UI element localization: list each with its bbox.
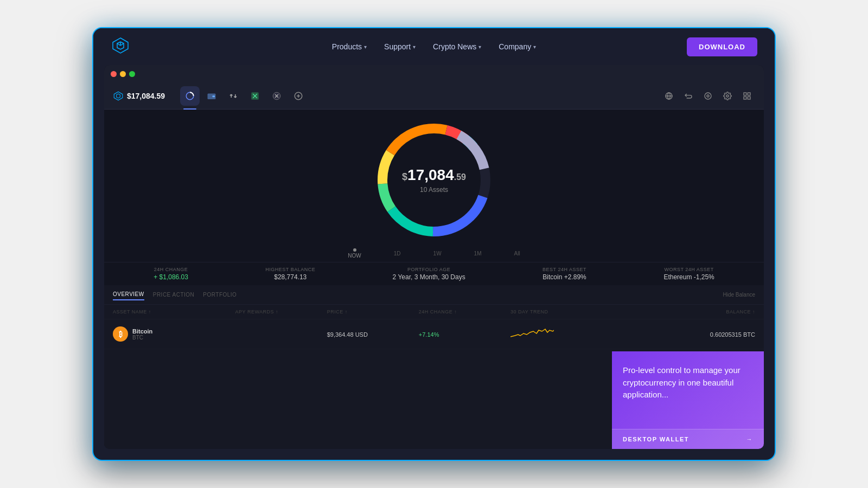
grid-button[interactable] [739,88,755,104]
maximize-button[interactable] [129,71,135,77]
nav-bar: Products ▾ Support ▾ Crypto News ▾ Compa… [93,28,775,65]
nft-icon [250,91,260,101]
balance-value: 0.60205315 BTC [710,331,755,338]
tab-exchange[interactable] [224,86,243,106]
donut-center: $17,084.59 10 Assets [402,166,466,194]
asset-symbol: BTC [132,335,152,341]
sparkline-svg [510,325,554,341]
time-1m[interactable]: 1M [474,251,482,256]
app-frame: Products ▾ Support ▾ Crypto News ▾ Compa… [92,27,776,461]
app-logo-icon [113,91,124,101]
x-token-icon [272,91,282,101]
chevron-down-icon: ▾ [413,44,416,50]
settings-button[interactable] [700,88,716,104]
promo-card: Pro-level control to manage your cryptoc… [612,351,764,449]
chart-circle-icon [185,91,195,101]
donut-cents: .59 [454,172,466,182]
stat-best-asset: Best 24H Asset Bitcoin +2.89% [542,267,586,281]
tab-price-action[interactable]: PRICE ACTION [153,290,195,300]
toolbar-tabs [180,86,656,106]
app-window: $17,084.59 [104,65,764,449]
tab-portfolio[interactable]: PORTFOLIO [203,290,237,300]
donut-section: $17,084.59 10 Assets NOW 1D 1W 1M [104,110,764,262]
settings-icon [704,92,712,100]
time-all[interactable]: All [514,251,520,256]
window-titlebar [104,65,764,82]
nav-products[interactable]: Products ▾ [326,39,373,54]
toolbar-right [661,88,755,104]
col-header-asset: ASSET NAME ↑ [113,309,235,314]
grid-icon [743,92,751,100]
main-content: $17,084.59 10 Assets NOW 1D 1W 1M [104,110,764,449]
desktop-wallet-button[interactable]: DESKTOP WALLET → [612,429,764,449]
balance-cell: 0.60205315 BTC [633,329,755,339]
app-toolbar: $17,084.59 [104,82,764,110]
tab-x-token[interactable] [267,86,286,106]
gear-icon [723,92,732,100]
arrow-right-icon: → [746,436,754,442]
svg-point-7 [705,93,711,99]
price-value: $9,364.48 USD [327,331,368,338]
globe-button[interactable] [661,88,677,104]
stat-highest-balance: Highest Balance $28,774.13 [265,267,315,281]
hide-balance-button[interactable]: Hide Balance [723,292,755,298]
nav-crypto-news[interactable]: Crypto News ▾ [426,39,488,54]
asset-name: Bitcoin [132,328,152,335]
tab-overview[interactable]: OVERVIEW [113,289,144,300]
time-1w[interactable]: 1W [433,251,442,256]
minimize-button[interactable] [120,71,126,77]
svg-point-8 [707,95,709,97]
table-row[interactable]: ₿ Bitcoin BTC $9,364.48 USD +7 [104,319,764,349]
trend-cell [510,325,633,343]
nav-links: Products ▾ Support ▾ Crypto News ▾ Compa… [326,39,542,54]
tab-wallet[interactable] [202,86,221,106]
wallet-icon [207,91,216,101]
table-tabs: OVERVIEW PRICE ACTION PORTFOLIO Hide Bal… [104,285,764,305]
swap-icon [228,91,238,101]
donut-chart: $17,084.59 10 Assets [369,115,499,245]
time-1d[interactable]: 1D [394,251,401,256]
chevron-down-icon: ▾ [364,44,367,50]
col-header-trend: 30 DAY TREND [510,309,633,314]
nav-support[interactable]: Support ▾ [378,39,422,54]
chevron-down-icon: ▾ [533,44,536,50]
tab-add[interactable] [289,86,308,106]
col-header-apy: APY REWARDS ↑ [235,309,327,314]
app-logo-area: $17,084.59 [113,91,165,101]
promo-cta-label: DESKTOP WALLET [623,436,689,442]
undo-button[interactable] [680,88,697,104]
tab-nft[interactable] [245,86,265,106]
stat-worst-asset: Worst 24H Asset Ethereum -1,25% [663,267,714,281]
svg-rect-9 [744,93,746,95]
undo-icon [684,92,693,100]
tab-portfolio[interactable] [180,86,200,106]
stats-bar: 24h Change + $1,086.03 Highest Balance $… [104,262,764,285]
change-cell: +7.14% [419,329,510,339]
download-button[interactable]: DOWNLOAD [687,37,757,56]
svg-rect-11 [744,97,746,99]
logo[interactable] [111,36,130,57]
donut-assets-label: 10 Assets [402,186,466,194]
table-header: ASSET NAME ↑ APY REWARDS ↑ PRICE ↑ 24H C… [104,305,764,319]
promo-text: Pro-level control to manage your cryptoc… [623,364,753,401]
app-balance: $17,084.59 [127,92,165,100]
stat-24h-change: 24h Change + $1,086.03 [154,267,188,281]
col-header-price: PRICE ↑ [327,309,419,314]
svg-rect-12 [748,97,750,99]
svg-rect-2 [213,95,215,97]
time-now[interactable]: NOW [348,248,361,259]
time-dot [353,248,356,252]
globe-icon [665,92,673,100]
change-value: +7.14% [419,331,439,338]
svg-rect-10 [748,93,750,95]
price-cell: $9,364.48 USD [327,329,419,339]
stat-portfolio-age: Portfolio Age 2 Year, 3 Month, 30 Days [393,267,465,281]
asset-cell: ₿ Bitcoin BTC [113,326,235,342]
nav-company[interactable]: Company ▾ [492,39,542,54]
time-axis: NOW 1D 1W 1M All [348,245,520,262]
col-header-change: 24H CHANGE ↑ [419,309,510,314]
col-header-balance: BALANCE ↑ [633,309,755,314]
donut-amount: $17,084.59 [402,166,466,184]
gear-button[interactable] [719,88,736,104]
close-button[interactable] [111,71,117,77]
